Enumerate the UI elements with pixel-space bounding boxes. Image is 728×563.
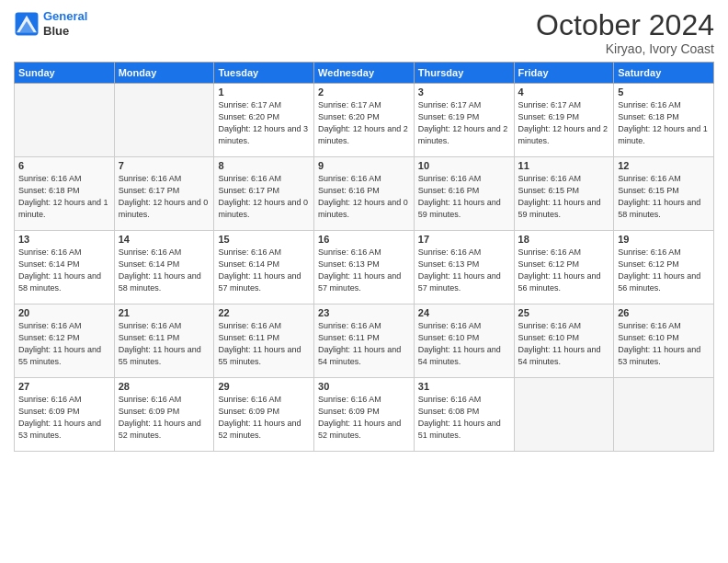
day-cell: 31Sunrise: 6:16 AMSunset: 6:08 PMDayligh… [414,378,514,452]
col-header-monday: Monday [114,63,214,84]
day-cell [514,378,614,452]
day-cell: 18Sunrise: 6:16 AMSunset: 6:12 PMDayligh… [514,231,614,304]
logo-text: General Blue [43,9,87,38]
day-cell: 2Sunrise: 6:17 AMSunset: 6:20 PMDaylight… [314,84,415,157]
day-info: Sunrise: 6:16 AMSunset: 6:12 PMDaylight:… [518,247,610,294]
day-cell: 21Sunrise: 6:16 AMSunset: 6:11 PMDayligh… [114,304,214,378]
day-info: Sunrise: 6:16 AMSunset: 6:13 PMDaylight:… [418,247,510,294]
day-number: 7 [119,160,210,171]
header-row: SundayMondayTuesdayWednesdayThursdayFrid… [15,63,714,84]
day-number: 12 [618,160,710,171]
day-number: 2 [318,86,410,98]
day-info: Sunrise: 6:16 AMSunset: 6:14 PMDaylight:… [18,247,110,294]
day-number: 17 [418,234,510,245]
day-cell: 20Sunrise: 6:16 AMSunset: 6:12 PMDayligh… [15,304,115,378]
day-number: 21 [119,307,210,318]
day-info: Sunrise: 6:16 AMSunset: 6:15 PMDaylight:… [618,173,710,221]
day-info: Sunrise: 6:16 AMSunset: 6:10 PMDaylight:… [518,320,610,368]
day-cell: 13Sunrise: 6:16 AMSunset: 6:14 PMDayligh… [15,231,115,304]
day-info: Sunrise: 6:16 AMSunset: 6:11 PMDaylight:… [119,320,210,368]
day-info: Sunrise: 6:16 AMSunset: 6:11 PMDaylight:… [218,320,310,368]
day-info: Sunrise: 6:16 AMSunset: 6:12 PMDaylight:… [618,247,710,294]
day-info: Sunrise: 6:16 AMSunset: 6:09 PMDaylight:… [218,394,310,442]
day-cell: 6Sunrise: 6:16 AMSunset: 6:18 PMDaylight… [15,157,115,231]
day-info: Sunrise: 6:16 AMSunset: 6:10 PMDaylight:… [618,320,710,368]
day-cell: 4Sunrise: 6:17 AMSunset: 6:19 PMDaylight… [514,84,614,157]
col-header-wednesday: Wednesday [314,63,415,84]
day-cell: 27Sunrise: 6:16 AMSunset: 6:09 PMDayligh… [15,378,115,452]
day-number: 8 [218,160,310,171]
day-cell: 7Sunrise: 6:16 AMSunset: 6:17 PMDaylight… [114,157,214,231]
title-block: October 2024 Kiryao, Ivory Coast [536,9,714,56]
day-number: 24 [418,307,510,318]
day-info: Sunrise: 6:16 AMSunset: 6:18 PMDaylight:… [618,99,710,147]
calendar-table: SundayMondayTuesdayWednesdayThursdayFrid… [14,62,714,452]
day-number: 10 [418,160,510,171]
day-number: 23 [318,307,410,318]
day-number: 6 [18,160,110,171]
day-cell: 19Sunrise: 6:16 AMSunset: 6:12 PMDayligh… [614,231,714,304]
month-title: October 2024 [536,9,714,41]
day-cell: 17Sunrise: 6:16 AMSunset: 6:13 PMDayligh… [414,231,514,304]
day-info: Sunrise: 6:17 AMSunset: 6:20 PMDaylight:… [218,99,310,147]
day-cell: 24Sunrise: 6:16 AMSunset: 6:10 PMDayligh… [414,304,514,378]
col-header-tuesday: Tuesday [214,63,314,84]
week-row-1: 6Sunrise: 6:16 AMSunset: 6:18 PMDaylight… [15,157,714,231]
week-row-0: 1Sunrise: 6:17 AMSunset: 6:20 PMDaylight… [15,84,714,157]
day-cell: 16Sunrise: 6:16 AMSunset: 6:13 PMDayligh… [314,231,415,304]
day-cell [15,84,115,157]
day-number: 5 [618,86,710,98]
day-cell: 11Sunrise: 6:16 AMSunset: 6:15 PMDayligh… [514,157,614,231]
day-info: Sunrise: 6:16 AMSunset: 6:13 PMDaylight:… [318,247,410,294]
day-info: Sunrise: 6:16 AMSunset: 6:09 PMDaylight:… [318,394,410,442]
day-number: 30 [318,381,410,392]
day-cell: 28Sunrise: 6:16 AMSunset: 6:09 PMDayligh… [114,378,214,452]
day-cell: 3Sunrise: 6:17 AMSunset: 6:19 PMDaylight… [414,84,514,157]
week-row-4: 27Sunrise: 6:16 AMSunset: 6:09 PMDayligh… [15,378,714,452]
day-info: Sunrise: 6:16 AMSunset: 6:15 PMDaylight:… [518,173,610,221]
day-cell: 10Sunrise: 6:16 AMSunset: 6:16 PMDayligh… [414,157,514,231]
day-cell: 30Sunrise: 6:16 AMSunset: 6:09 PMDayligh… [314,378,415,452]
day-cell: 26Sunrise: 6:16 AMSunset: 6:10 PMDayligh… [614,304,714,378]
day-info: Sunrise: 6:16 AMSunset: 6:14 PMDaylight:… [119,247,210,294]
day-info: Sunrise: 6:17 AMSunset: 6:19 PMDaylight:… [418,99,510,147]
day-cell: 23Sunrise: 6:16 AMSunset: 6:11 PMDayligh… [314,304,415,378]
day-number: 4 [518,86,610,98]
day-cell [114,84,214,157]
day-number: 20 [18,307,110,318]
logo-line2: Blue [43,24,87,39]
day-info: Sunrise: 6:16 AMSunset: 6:17 PMDaylight:… [218,173,310,221]
day-number: 13 [18,234,110,245]
week-row-2: 13Sunrise: 6:16 AMSunset: 6:14 PMDayligh… [15,231,714,304]
day-number: 1 [218,86,310,98]
day-number: 14 [119,234,210,245]
week-row-3: 20Sunrise: 6:16 AMSunset: 6:12 PMDayligh… [15,304,714,378]
day-number: 27 [18,381,110,392]
day-info: Sunrise: 6:17 AMSunset: 6:19 PMDaylight:… [518,99,610,147]
day-number: 3 [418,86,510,98]
day-number: 16 [318,234,410,245]
day-info: Sunrise: 6:16 AMSunset: 6:10 PMDaylight:… [418,320,510,368]
header: General Blue October 2024 Kiryao, Ivory … [14,9,714,56]
day-cell: 12Sunrise: 6:16 AMSunset: 6:15 PMDayligh… [614,157,714,231]
day-cell: 8Sunrise: 6:16 AMSunset: 6:17 PMDaylight… [214,157,314,231]
day-cell: 1Sunrise: 6:17 AMSunset: 6:20 PMDaylight… [214,84,314,157]
day-info: Sunrise: 6:16 AMSunset: 6:18 PMDaylight:… [18,173,110,221]
day-number: 9 [318,160,410,171]
day-info: Sunrise: 6:16 AMSunset: 6:09 PMDaylight:… [119,394,210,442]
day-number: 31 [418,381,510,392]
day-number: 29 [218,381,310,392]
day-number: 26 [618,307,710,318]
day-info: Sunrise: 6:16 AMSunset: 6:17 PMDaylight:… [119,173,210,221]
day-cell: 29Sunrise: 6:16 AMSunset: 6:09 PMDayligh… [214,378,314,452]
day-info: Sunrise: 6:16 AMSunset: 6:16 PMDaylight:… [418,173,510,221]
day-info: Sunrise: 6:16 AMSunset: 6:16 PMDaylight:… [318,173,410,221]
location: Kiryao, Ivory Coast [536,41,714,56]
day-cell: 5Sunrise: 6:16 AMSunset: 6:18 PMDaylight… [614,84,714,157]
day-info: Sunrise: 6:17 AMSunset: 6:20 PMDaylight:… [318,99,410,147]
day-cell: 9Sunrise: 6:16 AMSunset: 6:16 PMDaylight… [314,157,415,231]
day-cell: 22Sunrise: 6:16 AMSunset: 6:11 PMDayligh… [214,304,314,378]
day-info: Sunrise: 6:16 AMSunset: 6:12 PMDaylight:… [18,320,110,368]
logo: General Blue [14,9,87,38]
col-header-saturday: Saturday [614,63,714,84]
